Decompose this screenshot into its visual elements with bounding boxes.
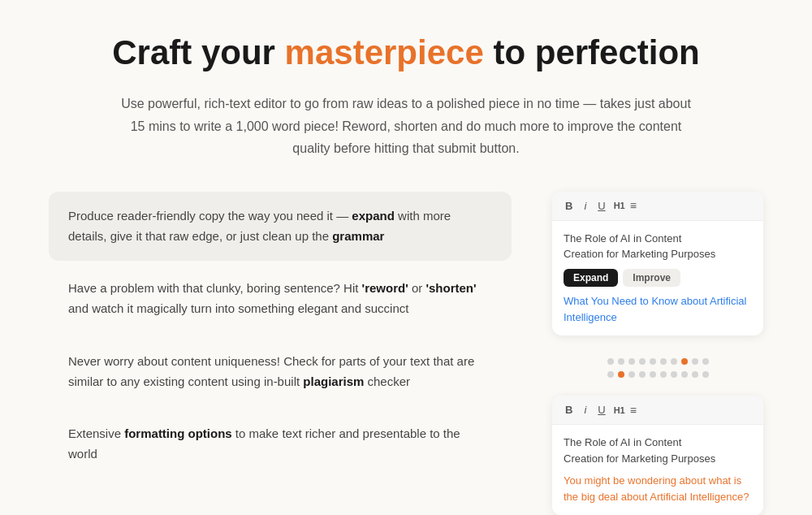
dot[interactable] <box>639 358 646 365</box>
editor-previews: B i U H1 ≡ The Role of AI in Content Cre… <box>552 192 763 515</box>
dot[interactable] <box>618 358 624 365</box>
dots-row-2 <box>552 366 763 379</box>
toolbar-underline-top[interactable]: U <box>594 198 608 214</box>
toolbar-bold-top[interactable]: B <box>562 198 576 214</box>
toolbar-list-top[interactable]: ≡ <box>630 199 637 212</box>
editor-toolbar-bottom: B i U H1 ≡ <box>552 396 763 425</box>
dot[interactable] <box>628 358 635 365</box>
hero-title-end: to perfection <box>484 33 700 71</box>
hero-title-accent: masterpiece <box>285 33 484 71</box>
dot[interactable] <box>660 358 667 365</box>
editor-highlight-top: What You Need to Know about Artificial I… <box>564 293 752 326</box>
hero-title: Craft your masterpiece to perfection <box>49 32 763 73</box>
toolbar-italic-bottom[interactable]: i <box>581 402 590 418</box>
dot[interactable] <box>702 371 709 378</box>
dots-row-1 <box>552 353 763 366</box>
dot[interactable] <box>692 358 698 365</box>
dot[interactable] <box>671 371 677 378</box>
improve-button[interactable]: Improve <box>623 269 680 287</box>
dot[interactable] <box>607 371 614 378</box>
editor-card-bottom: B i U H1 ≡ The Role of AI in Content Cre… <box>552 396 763 515</box>
dot[interactable] <box>650 371 656 378</box>
dot[interactable] <box>702 358 709 365</box>
dot[interactable] <box>660 371 667 378</box>
feature-block-plagiarism: Never worry about content uniqueness! Ch… <box>49 337 512 407</box>
editor-body-bottom: The Role of AI in Content Creation for M… <box>552 425 763 515</box>
features-list: Produce reader-friendly copy the way you… <box>49 192 512 483</box>
editor-card-top: B i U H1 ≡ The Role of AI in Content Cre… <box>552 192 763 335</box>
action-buttons: Expand Improve <box>564 269 752 287</box>
dot[interactable] <box>681 371 688 378</box>
dot[interactable] <box>639 371 646 378</box>
content-section: Produce reader-friendly copy the way you… <box>49 192 763 515</box>
toolbar-list-bottom[interactable]: ≡ <box>630 404 637 417</box>
dot[interactable] <box>607 358 614 365</box>
toolbar-h1-bottom[interactable]: H1 <box>614 405 625 415</box>
editor-title-bottom: The Role of AI in Content Creation for M… <box>564 435 752 466</box>
dot[interactable] <box>650 358 656 365</box>
editor-toolbar-top: B i U H1 ≡ <box>552 192 763 221</box>
hero-subtitle: Use powerful, rich-text editor to go fro… <box>114 93 698 159</box>
toolbar-underline-bottom[interactable]: U <box>594 402 608 418</box>
dots-section <box>552 350 763 381</box>
feature-block-expand: Produce reader-friendly copy the way you… <box>49 192 512 262</box>
dot[interactable] <box>681 358 688 365</box>
feature-block-reword: Have a problem with that clunky, boring … <box>49 264 512 334</box>
toolbar-h1-top[interactable]: H1 <box>614 201 625 210</box>
hero-title-start: Craft your <box>112 33 284 71</box>
toolbar-italic-top[interactable]: i <box>581 198 590 214</box>
editor-highlight-bottom: You might be wondering about what is the… <box>564 473 752 505</box>
page: Craft your masterpiece to perfection Use… <box>0 0 812 515</box>
dot[interactable] <box>671 358 677 365</box>
editor-title-top: The Role of AI in Content Creation for M… <box>564 231 752 262</box>
expand-button[interactable]: Expand <box>564 269 618 287</box>
dot[interactable] <box>692 371 698 378</box>
dot[interactable] <box>628 371 635 378</box>
dot[interactable] <box>618 371 624 378</box>
editor-body-top: The Role of AI in Content Creation for M… <box>552 221 763 335</box>
feature-block-formatting: Extensive formatting options to make tex… <box>49 409 512 479</box>
toolbar-bold-bottom[interactable]: B <box>562 402 576 418</box>
